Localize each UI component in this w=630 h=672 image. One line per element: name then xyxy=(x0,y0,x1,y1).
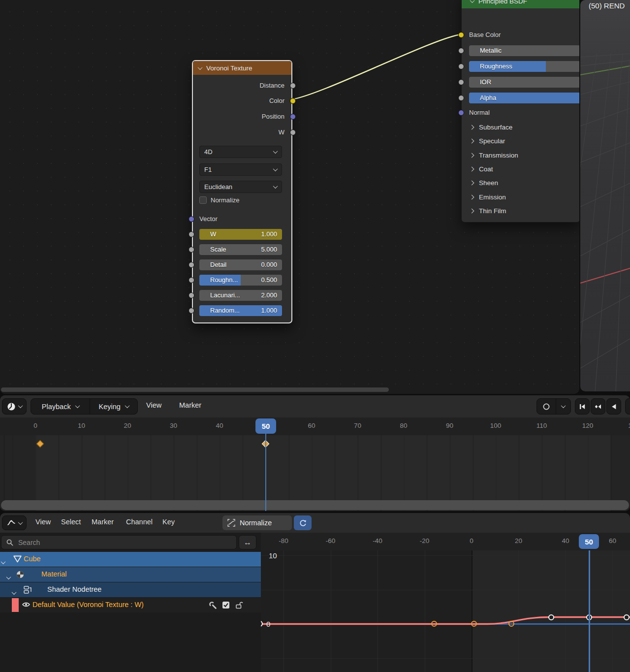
menu-key[interactable]: Key xyxy=(162,518,175,526)
editor-type-button[interactable] xyxy=(2,398,27,415)
3d-viewport[interactable]: (50) REND xyxy=(580,0,630,391)
fcurve[interactable] xyxy=(261,533,630,672)
detail-input-socket[interactable] xyxy=(189,262,194,268)
curve-keyframe-frame-1[interactable] xyxy=(471,621,477,627)
collapse-chevron-icon[interactable] xyxy=(470,0,475,3)
menu-channel[interactable]: Channel xyxy=(126,518,153,526)
playback-menu[interactable]: Playback xyxy=(31,399,90,414)
collapse-chevron-icon[interactable] xyxy=(198,65,203,70)
keying-menu-label: Keying xyxy=(99,403,121,411)
view-menu[interactable]: View xyxy=(146,401,161,409)
distance-output-socket[interactable] xyxy=(290,83,296,89)
timeline-horizontal-scrollbar[interactable] xyxy=(1,500,629,510)
jump-to-start-button[interactable] xyxy=(575,398,590,415)
eye-visibility-icon[interactable] xyxy=(22,601,31,608)
chevron-down-icon[interactable] xyxy=(12,588,16,597)
channel-row-shader-nodetree[interactable]: Shader Nodetree xyxy=(0,582,261,597)
marker-menu[interactable]: Marker xyxy=(179,401,201,409)
timeline-frame-ruler[interactable]: 01020304060708090100110120130 50 xyxy=(0,417,630,435)
editor-type-button[interactable] xyxy=(2,515,27,530)
curve-keyframe-frame--16[interactable] xyxy=(431,621,437,627)
shader-node-editor[interactable]: Voronoi Texture DistanceColorPositionW 4… xyxy=(0,0,579,394)
previous-keyframe-button[interactable] xyxy=(591,398,605,415)
current-frame-badge[interactable]: 50 xyxy=(579,534,599,549)
node-editor-horizontal-scrollbar[interactable] xyxy=(1,387,389,392)
play-button[interactable] xyxy=(625,398,630,415)
normalize-toggle[interactable]: Normalize xyxy=(222,515,292,530)
wrench-icon[interactable] xyxy=(209,601,218,610)
timeline-dopesheet-area[interactable] xyxy=(0,435,630,511)
graph-editor[interactable]: ViewSelectMarkerChannelKey Normalize xyxy=(0,513,630,672)
slider-lacunari[interactable]: Lacunari...2.000 xyxy=(199,290,282,301)
base-color-socket[interactable] xyxy=(458,32,464,38)
ior-input-socket[interactable] xyxy=(458,79,464,85)
chevron-down-icon[interactable] xyxy=(1,557,5,566)
voronoi-texture-node[interactable]: Voronoi Texture DistanceColorPositionW 4… xyxy=(192,60,292,323)
slider-detail[interactable]: Detail0.000 xyxy=(199,259,282,270)
curve-keyframe-frame-17[interactable] xyxy=(508,621,514,627)
w-output-socket[interactable] xyxy=(290,129,296,135)
alpha-input-socket[interactable] xyxy=(458,95,464,101)
auto-keying-toggle[interactable] xyxy=(537,399,556,414)
slider-w[interactable]: W1.000 xyxy=(199,229,282,240)
keyframe-diamond-frame-1[interactable] xyxy=(36,440,44,448)
slider-random[interactable]: Random...1.000 xyxy=(199,305,282,316)
w-input-socket[interactable] xyxy=(189,231,194,237)
lock-open-icon[interactable] xyxy=(235,601,244,609)
channel-row-material[interactable]: Material xyxy=(0,567,261,582)
graph-frame-ruler[interactable]: -80-60-40-200204060 50 xyxy=(261,533,630,550)
slider-metallic[interactable]: Metallic xyxy=(469,45,579,56)
slider-label: Roughness xyxy=(480,61,512,72)
slider-roughness[interactable]: Roughness xyxy=(469,61,579,72)
dropdown-euclidean[interactable]: Euclidean xyxy=(199,181,282,193)
section-thin-film[interactable]: Thin Film xyxy=(470,207,506,215)
section-emission[interactable]: Emission xyxy=(470,193,506,201)
filter-toggle-button[interactable]: ↔ xyxy=(239,535,256,549)
section-coat[interactable]: Coat xyxy=(470,165,493,173)
slider-alpha[interactable]: Alpha xyxy=(469,93,579,103)
bsdf-node-header[interactable]: Principled BSDF xyxy=(462,0,579,8)
slider-roughn[interactable]: Roughn...0.500 xyxy=(199,275,282,286)
curve-keyframe-frame-34[interactable] xyxy=(548,614,554,620)
roughn-input-socket[interactable] xyxy=(189,277,194,283)
slider-ior[interactable]: IOR xyxy=(469,77,579,88)
graph-plot-area[interactable]: -80-60-40-200204060 50 10 0 xyxy=(261,533,630,672)
slider-value: 5.000 xyxy=(261,244,277,255)
graph-playhead[interactable] xyxy=(589,549,590,672)
auto-keying-dropdown[interactable] xyxy=(556,405,570,408)
menu-view[interactable]: View xyxy=(35,518,51,526)
dropdown-f1[interactable]: F1 xyxy=(199,163,282,176)
normalize-checkbox[interactable] xyxy=(199,196,207,204)
principled-bsdf-node[interactable]: Principled BSDF Base Color MetallicRough… xyxy=(461,0,579,223)
channel-row-default-value-voronoi-te[interactable]: Default Value (Voronoi Texture : W) xyxy=(0,598,261,612)
play-reverse-button[interactable] xyxy=(606,398,621,415)
auto-normalize-refresh-button[interactable] xyxy=(294,515,312,530)
timeline-playhead[interactable] xyxy=(265,434,267,511)
channel-search-input[interactable]: Search xyxy=(1,535,237,549)
vector-input-socket[interactable] xyxy=(189,216,194,222)
normal-input-socket[interactable] xyxy=(458,110,464,116)
section-subsurface[interactable]: Subsurface xyxy=(470,123,512,131)
checkbox-checked-icon[interactable] xyxy=(222,601,230,609)
menu-marker[interactable]: Marker xyxy=(92,518,114,526)
slider-scale[interactable]: Scale5.000 xyxy=(199,244,282,255)
menu-select[interactable]: Select xyxy=(61,518,81,526)
section-sheen[interactable]: Sheen xyxy=(470,179,498,187)
position-output-socket[interactable] xyxy=(290,114,296,120)
keying-menu[interactable]: Keying xyxy=(90,399,137,414)
timeline-editor[interactable]: Playback Keying View Marker xyxy=(0,395,630,511)
chevron-down-icon[interactable] xyxy=(7,573,10,581)
scale-input-socket[interactable] xyxy=(189,247,194,253)
current-frame-badge[interactable]: 50 xyxy=(255,418,276,434)
roughness-input-socket[interactable] xyxy=(458,64,464,69)
dropdown-4d[interactable]: 4D xyxy=(199,146,282,158)
section-specular[interactable]: Specular xyxy=(470,137,505,145)
metallic-input-socket[interactable] xyxy=(458,48,464,54)
curve-keyframe-frame-66[interactable] xyxy=(624,614,630,620)
lacunari-input-socket[interactable] xyxy=(189,292,194,298)
section-transmission[interactable]: Transmission xyxy=(470,151,518,159)
voronoi-node-header[interactable]: Voronoi Texture xyxy=(193,61,291,75)
color-output-socket[interactable] xyxy=(290,98,296,104)
random-input-socket[interactable] xyxy=(189,308,194,314)
channel-row-cube[interactable]: Cube xyxy=(0,552,261,567)
